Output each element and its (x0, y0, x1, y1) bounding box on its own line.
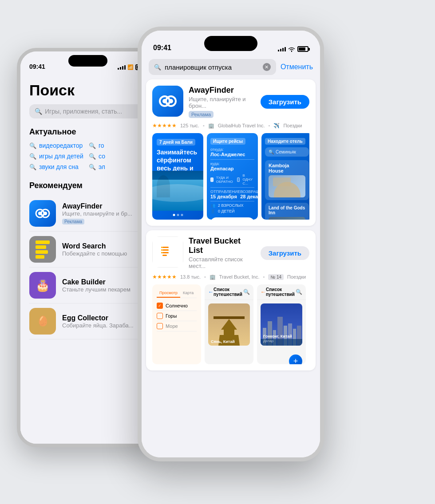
cancel-button[interactable]: Отменить (281, 63, 313, 71)
rec-app-egg[interactable]: 🥚 Egg Collector Собирайте яйца. Зараба..… (29, 303, 146, 339)
svg-point-2 (38, 212, 42, 215)
front-wifi-icon (288, 47, 295, 52)
ss1-surf-image (152, 171, 203, 211)
front-status-time: 09:41 (153, 44, 171, 52)
search-row: 🔍 планировщик отпуска ✕ Отменить (142, 55, 320, 79)
search-icon-s3: 🔍 (29, 153, 36, 160)
ret-date: 28 декабря (240, 194, 258, 199)
dep-date: 15 декабря (210, 194, 240, 199)
hotel-search-icon: 🔍 (269, 150, 274, 154)
awayfinder-name-front: AwayFinder (189, 86, 255, 95)
hotel-search-query: Семиньяк (276, 150, 296, 154)
from-label: откуда: (210, 147, 254, 152)
svg-rect-9 (162, 249, 169, 251)
rec-app-cake[interactable]: 🎂 Cake Builder Станьте лучшим пекарем (29, 268, 146, 303)
search-query-text: планировщик отпуска (165, 63, 259, 71)
ss3-add-button[interactable]: + (289, 354, 302, 364)
suggestion-kids[interactable]: 🔍 игры для детей (29, 153, 87, 160)
bucket-app-desc: Составляйте список мест... (189, 256, 255, 269)
search-icon-s4: 🔍 (89, 153, 96, 160)
suggestion-videoedit[interactable]: 🔍 видеоредактор (29, 142, 87, 149)
svg-rect-13 (161, 249, 162, 251)
bucket-get-button[interactable]: Загрузить (261, 246, 309, 260)
awayfinder-info: AwayFinder Ищите, планируйте и брон... Р… (189, 86, 255, 118)
search-icon-front: 🔍 (154, 64, 161, 71)
front-status-icons (278, 46, 308, 52)
ss3-label: Находите отель (265, 138, 305, 145)
back-signal-icon (118, 65, 126, 70)
wordsearch-name-back: Word Search (62, 242, 146, 250)
ss2-city-label: Сянь, Китай (211, 339, 235, 344)
second-app-card: Travel Bucket List Составляйте список ме… (146, 230, 316, 370)
search-icon: 🔍 (35, 108, 42, 115)
from-city: Лос-Анджелес (210, 152, 254, 157)
screenshot-bali: 7 дней на Бали Занимайтесь сёрфингом вес… (152, 133, 203, 220)
developer-name: GlobalHub Travel Inc. (218, 123, 265, 128)
svg-rect-10 (162, 252, 169, 253)
suggestion-label-6: эл (99, 163, 105, 170)
egg-icon-back: 🥚 (29, 308, 56, 335)
bucket-ss2: ← Список путешествий 🔍 Сянь, Китай (205, 284, 253, 364)
ss3-search-icon: 🔍 (296, 289, 302, 295)
ss1-dots (173, 214, 183, 216)
screenshot-hotels: Находите отель 🔍 Семиньяк Kamboja House (261, 133, 309, 220)
back-phone-content: Поиск 🔍 Игры, приложения, стать... Актуа… (20, 75, 155, 444)
awayfinder-ad-badge-back: Реклама (62, 219, 84, 224)
search-bar-back[interactable]: 🔍 Игры, приложения, стать... (29, 104, 146, 118)
screenshots-row: 7 дней на Бали Занимайтесь сёрфингом вес… (152, 133, 309, 220)
awayfinder-ad-badge-front: Реклама (189, 111, 214, 118)
suggestion-sleep[interactable]: 🔍 звуки для сна (29, 163, 87, 170)
rec-app-wordsearch[interactable]: Word Search Побеждайте с помощью (29, 232, 146, 268)
egg-desc-back: Собирайте яйца. Зараба... (62, 322, 146, 329)
app-header: AwayFinder Ищите, планируйте и брон... Р… (152, 86, 309, 118)
ss1-list-item3: Море (157, 321, 197, 331)
suggestion-label-2: го (99, 142, 104, 149)
ss1-tab-view: Просмотр (157, 289, 180, 298)
rec-app-awayfinder[interactable]: AwayFinder Ищите, планируйте и бр... Рек… (29, 196, 146, 232)
bucket-developer: Travel Bucket, Inc. (219, 274, 260, 280)
cake-name-back: Cake Builder (62, 278, 146, 286)
flight-search-button[interactable]: Поиск (210, 217, 254, 220)
dep-label: ОТПРАВЛЕНИЕ (210, 189, 240, 194)
ss2-search-icon: 🔍 (243, 289, 250, 295)
back-status-time: 09:41 (29, 63, 45, 70)
bucket-rank-badge: № 14 (268, 274, 284, 280)
bucket-ss1: Просмотр Карта ✓ Солнечно Горы (152, 284, 201, 364)
awayfinder-get-button[interactable]: Загрузить (261, 95, 309, 109)
oneway-label: В ОДНУ С... (242, 173, 254, 185)
ss3-back-icon: ← (261, 289, 266, 295)
ss1-item3-label: Море (166, 323, 178, 329)
search-page-title: Поиск (29, 82, 146, 99)
category-icon: ✈️ (273, 123, 280, 129)
ss1-check2 (157, 313, 163, 319)
bucket-ss3: ← Список путешествий 🔍 (257, 284, 306, 364)
search-field[interactable]: 🔍 планировщик отпуска ✕ (149, 59, 276, 75)
hotel1-image (269, 175, 305, 197)
svg-rect-12 (161, 247, 162, 248)
bucket-rating-count: 13.8 тыс. (180, 274, 201, 280)
search-clear-button[interactable]: ✕ (263, 63, 271, 71)
bucket-app-info: Travel Bucket List Составляйте список ме… (189, 236, 255, 269)
ss3-subtitle: Делар (263, 339, 273, 343)
awayfinder-name-back: AwayFinder (62, 202, 146, 210)
ss3-header: ← Список путешествий 🔍 (257, 284, 306, 300)
second-app-header: Travel Bucket List Составляйте список ме… (152, 236, 309, 269)
awayfinder-desc-back: Ищите, планируйте и бр... (62, 210, 146, 217)
cake-desc-back: Станьте лучшим пекарем (62, 286, 146, 293)
front-dynamic-island (204, 36, 257, 51)
egg-name-back: Egg Collector (62, 314, 146, 322)
ss1-label: 7 дней на Бали (157, 139, 195, 146)
svg-point-7 (169, 99, 173, 103)
front-signal-icon (278, 47, 286, 51)
svg-rect-11 (162, 255, 167, 256)
ret-label: ВОЗВРАЩЕНИЕ (240, 189, 258, 194)
search-placeholder-back: Игры, приложения, стать... (45, 108, 122, 115)
second-app-screenshots: Просмотр Карта ✓ Солнечно Горы (152, 284, 309, 364)
ss1-item2-label: Горы (166, 313, 177, 319)
search-icon-s6: 🔍 (89, 164, 96, 170)
bucket-category: Поездки (287, 274, 306, 280)
back-dynamic-island (68, 55, 107, 67)
ss2-header: ← Список путешествий 🔍 (205, 284, 253, 300)
bucket-dev-icon: 🏢 (210, 274, 216, 280)
adults-count: 2 ВЗРОСЛЫХ (218, 203, 244, 208)
